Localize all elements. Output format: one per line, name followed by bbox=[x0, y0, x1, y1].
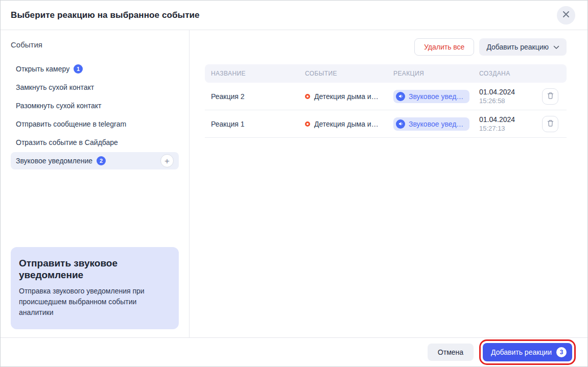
dialog-header: Выберите реакцию на выбранное событие bbox=[1, 1, 587, 30]
reaction-pill: Звуковое увед… bbox=[393, 90, 469, 103]
reaction-cell: Звуковое увед… bbox=[393, 90, 479, 103]
delete-row-button[interactable] bbox=[542, 88, 558, 105]
event-type-item[interactable]: Замкнуть сухой контакт bbox=[11, 79, 179, 96]
event-cell: Детекция дыма и… bbox=[305, 92, 393, 101]
event-name: Детекция дыма и… bbox=[314, 92, 379, 101]
delete-row-button[interactable] bbox=[542, 116, 558, 132]
event-type-item[interactable]: Открыть камеру 1 bbox=[11, 60, 179, 78]
dialog-title: Выберите реакцию на выбранное событие bbox=[11, 10, 200, 20]
trash-icon bbox=[547, 92, 554, 101]
info-card-title: Отправить звуковое уведомление bbox=[19, 257, 171, 281]
plus-icon: + bbox=[164, 157, 170, 165]
add-reactions-submit-button[interactable]: Добавить реакции 3 bbox=[483, 343, 572, 361]
submit-button-label: Добавить реакции bbox=[491, 348, 552, 356]
events-sidebar: События Открыть камеру 1 Замкнуть сухой … bbox=[1, 30, 190, 337]
actions-toolbar: Удалить все Добавить реакцию bbox=[205, 38, 567, 56]
created-date: 01.04.2024 bbox=[479, 88, 542, 96]
reaction-name-cell: Реакция 1 bbox=[211, 120, 305, 128]
event-type-label: Разомкнуть сухой контакт bbox=[16, 102, 102, 110]
reaction-label: Звуковое увед… bbox=[409, 120, 463, 128]
table-header: НАЗВАНИЕ СОБЫТИЕ РЕАКЦИЯ СОЗДАНА bbox=[205, 64, 567, 83]
speaker-icon bbox=[396, 92, 405, 101]
speaker-icon bbox=[396, 119, 405, 129]
event-type-label: Открыть камеру bbox=[16, 65, 69, 73]
reactions-panel: Удалить все Добавить реакцию НАЗВАНИЕ СО… bbox=[190, 30, 587, 337]
column-header-event: СОБЫТИЕ bbox=[305, 70, 393, 77]
created-time: 15:27:13 bbox=[479, 125, 542, 132]
add-reaction-plus-button[interactable]: + bbox=[160, 154, 174, 167]
cancel-button[interactable]: Отмена bbox=[428, 344, 474, 361]
event-name: Детекция дыма и… bbox=[314, 120, 379, 128]
dialog-body: События Открыть камеру 1 Замкнуть сухой … bbox=[1, 30, 587, 337]
dialog-footer: Отмена Добавить реакции 3 bbox=[1, 337, 587, 366]
reaction-dialog: Выберите реакцию на выбранное событие Со… bbox=[0, 0, 588, 367]
created-cell: 01.04.2024 15:27:13 bbox=[479, 115, 542, 132]
sidebar-heading: События bbox=[11, 40, 179, 49]
created-time: 15:26:58 bbox=[479, 97, 542, 105]
created-date: 01.04.2024 bbox=[479, 115, 542, 124]
add-reaction-dropdown-label: Добавить реакцию bbox=[486, 43, 549, 51]
event-ring-icon bbox=[305, 94, 310, 99]
reaction-name-cell: Реакция 2 bbox=[211, 92, 305, 101]
row-actions-cell bbox=[542, 88, 567, 105]
delete-all-button[interactable]: Удалить все bbox=[414, 38, 474, 56]
close-icon bbox=[562, 11, 570, 19]
add-reaction-dropdown[interactable]: Добавить реакцию bbox=[479, 38, 567, 56]
created-cell: 01.04.2024 15:26:58 bbox=[479, 88, 542, 105]
column-header-reaction: РЕАКЦИЯ bbox=[393, 70, 479, 77]
reaction-cell: Звуковое увед… bbox=[393, 117, 479, 131]
event-type-list: Открыть камеру 1 Замкнуть сухой контакт … bbox=[11, 60, 179, 170]
event-type-item[interactable]: Звуковое уведомление 2 + bbox=[11, 152, 179, 169]
reaction-table-row: Реакция 2 Детекция дыма и… Звуковое увед… bbox=[205, 83, 567, 110]
submit-count-badge: 3 bbox=[556, 347, 567, 357]
column-header-name: НАЗВАНИЕ bbox=[211, 70, 305, 77]
chevron-down-icon bbox=[553, 43, 559, 51]
event-type-item[interactable]: Отразить событие в Сайдбаре bbox=[11, 134, 179, 151]
trash-icon bbox=[547, 119, 554, 129]
event-ring-icon bbox=[305, 121, 310, 127]
event-type-label: Отправить сообщение в telegram bbox=[16, 120, 126, 128]
info-card: Отправить звуковое уведомление Отправка … bbox=[11, 247, 179, 329]
reaction-pill: Звуковое увед… bbox=[393, 117, 469, 131]
close-button[interactable] bbox=[557, 6, 575, 25]
event-type-item[interactable]: Отправить сообщение в telegram bbox=[11, 115, 179, 133]
table-body: Реакция 2 Детекция дыма и… Звуковое увед… bbox=[205, 83, 567, 138]
reaction-label: Звуковое увед… bbox=[409, 92, 463, 101]
event-type-label: Звуковое уведомление bbox=[16, 157, 92, 165]
reaction-table-row: Реакция 1 Детекция дыма и… Звуковое увед… bbox=[205, 110, 567, 138]
event-type-item[interactable]: Разомкнуть сухой контакт bbox=[11, 97, 179, 114]
row-actions-cell bbox=[542, 116, 567, 132]
sidebar-spacer bbox=[11, 170, 179, 247]
event-cell: Детекция дыма и… bbox=[305, 120, 393, 128]
info-card-description: Отправка звукового уведомления при проис… bbox=[19, 286, 171, 318]
count-badge: 2 bbox=[97, 156, 106, 165]
event-type-label: Замкнуть сухой контакт bbox=[16, 83, 94, 91]
count-badge: 1 bbox=[74, 64, 83, 74]
column-header-created: СОЗДАНА bbox=[479, 70, 542, 77]
event-type-label: Отразить событие в Сайдбаре bbox=[16, 138, 118, 146]
